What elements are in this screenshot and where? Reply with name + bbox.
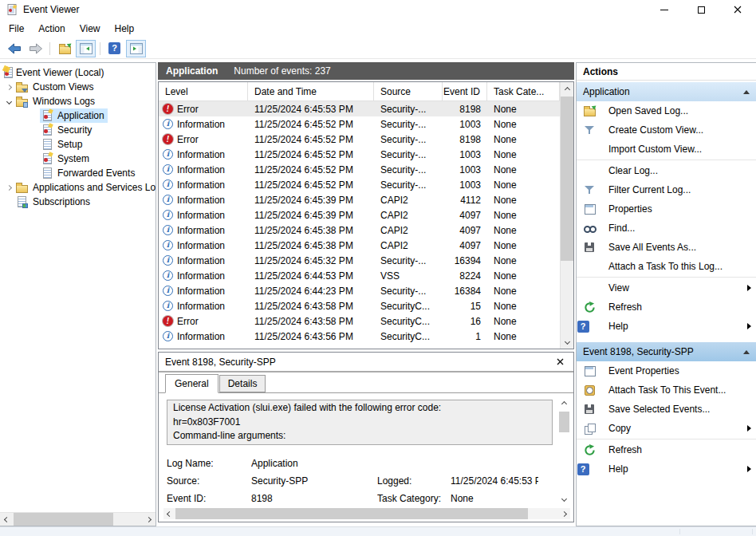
action-properties[interactable]: Properties (577, 199, 756, 219)
collapse-chevron-icon[interactable] (5, 100, 13, 104)
source-cell: CAPI2 (374, 238, 443, 253)
table-row[interactable]: Information 11/25/2024 6:45:39 PM CAPI2 … (159, 192, 560, 207)
action-attach-task-to-log[interactable]: Attach a Task To this Log... (577, 257, 756, 276)
help-button[interactable] (104, 40, 124, 57)
maximize-button[interactable] (683, 0, 719, 19)
scroll-right-button[interactable] (558, 508, 570, 519)
expand-chevron-icon[interactable] (5, 186, 13, 190)
close-button[interactable] (719, 0, 756, 19)
table-row[interactable]: Error 11/25/2024 6:45:52 PM Security-...… (159, 132, 560, 147)
actions-section-event[interactable]: Event 8198, Security-SPP (577, 342, 756, 361)
action-attach-task-to-event[interactable]: Attach Task To This Event... (577, 380, 756, 400)
table-row[interactable]: Information 11/25/2024 6:45:52 PM Securi… (159, 147, 560, 162)
toggle-console-tree-button[interactable] (76, 40, 96, 57)
source-cell: Security-... (374, 132, 443, 147)
open-saved-log-button[interactable] (54, 40, 74, 57)
scroll-down-button[interactable] (561, 334, 573, 349)
table-row[interactable]: Information 11/25/2024 6:45:32 PM Securi… (159, 253, 560, 268)
back-button[interactable] (4, 40, 24, 57)
tree-item-label: Applications and Services Lo (33, 182, 156, 193)
tree-item-application[interactable]: Application (0, 108, 156, 123)
table-row[interactable]: Information 11/25/2024 6:45:39 PM CAPI2 … (159, 207, 560, 223)
tree-item-forwarded-events[interactable]: Forwarded Events (0, 166, 156, 180)
table-row[interactable]: Information 11/25/2024 6:43:56 PM Securi… (159, 329, 560, 344)
table-row[interactable]: Information 11/25/2024 6:45:52 PM Securi… (159, 116, 560, 132)
preview-vertical-scrollbar[interactable] (558, 398, 570, 504)
scrollbar-thumb[interactable] (175, 508, 528, 519)
action-copy[interactable]: Copy (577, 419, 756, 438)
collapse-arrow-icon[interactable] (743, 90, 750, 94)
collapse-arrow-icon[interactable] (743, 350, 750, 354)
action-save-all-events-as[interactable]: Save All Events As... (577, 238, 756, 257)
table-row[interactable]: Information 11/25/2024 6:45:38 PM CAPI2 … (159, 223, 560, 238)
column-header-task-category[interactable]: Task Cate... (487, 82, 560, 100)
action-import-custom-view[interactable]: Import Custom View... (577, 140, 756, 159)
table-row[interactable]: Error 11/25/2024 6:43:58 PM SecurityC...… (159, 313, 560, 329)
column-header-level[interactable]: Level (159, 82, 248, 100)
scrollbar-thumb[interactable] (14, 513, 113, 526)
column-header-source[interactable]: Source (374, 82, 443, 100)
scrollbar-track[interactable] (113, 513, 142, 526)
minimize-button[interactable] (646, 0, 683, 19)
event-log-icon (41, 124, 53, 136)
action-event-properties[interactable]: Event Properties (577, 361, 756, 380)
tree-item-security[interactable]: Security (0, 123, 156, 137)
forward-button[interactable] (26, 40, 45, 57)
scrollbar-thumb[interactable] (559, 412, 569, 432)
task-category-cell: None (487, 313, 560, 329)
preview-horizontal-scrollbar[interactable] (163, 508, 570, 519)
datetime-cell: 11/25/2024 6:45:38 PM (248, 238, 374, 253)
action-open-saved-log[interactable]: Open Saved Log... (577, 101, 756, 120)
tree-item-label: Custom Views (33, 81, 93, 93)
tree-item-custom-views[interactable]: Custom Views (0, 80, 156, 94)
tree-item-setup[interactable]: Setup (0, 137, 156, 152)
table-row[interactable]: Information 11/25/2024 6:45:38 PM CAPI2 … (159, 238, 560, 253)
action-save-selected-events[interactable]: Save Selected Events... (577, 400, 756, 419)
event-preview-panel: Event 8198, Security-SPP General Details… (158, 352, 574, 522)
tree-item-subscriptions[interactable]: Subscriptions (0, 195, 156, 209)
action-refresh[interactable]: Refresh (577, 298, 756, 317)
menu-file[interactable]: File (2, 20, 31, 37)
column-header-date-time[interactable]: Date and Time (248, 82, 374, 100)
table-vertical-scrollbar[interactable] (560, 82, 573, 349)
scrollbar-track[interactable] (561, 261, 573, 334)
actions-section-application[interactable]: Application (577, 82, 756, 101)
expand-chevron-icon[interactable] (5, 85, 13, 89)
table-row[interactable]: Information 11/25/2024 6:45:52 PM Securi… (159, 162, 560, 177)
scroll-down-button[interactable] (558, 493, 570, 504)
tab-general[interactable]: General (165, 374, 219, 393)
menu-help[interactable]: Help (108, 20, 142, 37)
action-filter-current-log[interactable]: Filter Current Log... (577, 180, 756, 199)
tree-item-system[interactable]: System (0, 152, 156, 166)
scroll-up-button[interactable] (558, 398, 570, 409)
table-row[interactable]: Information 11/25/2024 6:45:52 PM Securi… (159, 177, 560, 192)
table-row[interactable]: Information 11/25/2024 6:43:58 PM Securi… (159, 298, 560, 313)
table-row[interactable]: Information 11/25/2024 6:44:53 PM VSS 82… (159, 268, 560, 283)
action-label: Find... (608, 223, 635, 234)
table-row[interactable]: Error 11/25/2024 6:45:53 PM Security-...… (159, 101, 560, 116)
scroll-left-button[interactable] (0, 513, 14, 526)
scroll-right-button[interactable] (142, 513, 156, 526)
action-help-event[interactable]: Help (577, 459, 756, 479)
action-clear-log[interactable]: Clear Log... (577, 161, 756, 180)
menu-view[interactable]: View (73, 20, 108, 37)
tree-item-windows-logs[interactable]: Windows Logs (0, 94, 156, 108)
event-id-cell: 4097 (443, 238, 487, 253)
action-create-custom-view[interactable]: Create Custom View... (577, 120, 756, 140)
scrollbar-thumb[interactable] (561, 97, 573, 261)
menu-action[interactable]: Action (31, 20, 72, 37)
tab-details[interactable]: Details (219, 375, 266, 392)
action-help[interactable]: Help (577, 317, 756, 336)
tree-horizontal-scrollbar[interactable] (0, 512, 156, 526)
column-header-event-id[interactable]: Event ID (443, 82, 487, 100)
action-refresh-event[interactable]: Refresh (577, 440, 756, 459)
scroll-up-button[interactable] (561, 82, 573, 97)
action-view[interactable]: View (577, 278, 756, 298)
table-row[interactable]: Information 11/25/2024 6:44:23 PM Securi… (159, 283, 560, 298)
action-find[interactable]: Find... (577, 219, 756, 238)
tree-item-applications-and-services-logs[interactable]: Applications and Services Lo (0, 180, 156, 195)
scroll-left-button[interactable] (163, 508, 175, 519)
toggle-action-pane-button[interactable] (126, 40, 146, 57)
tree-item-event-viewer-local[interactable]: Event Viewer (Local) (0, 65, 156, 80)
close-preview-button[interactable] (553, 355, 567, 369)
